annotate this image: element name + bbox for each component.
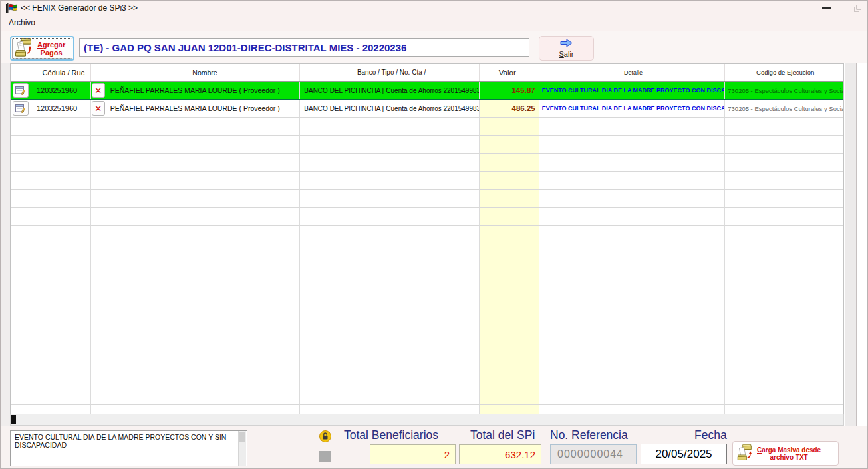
cell-cedula [31, 279, 91, 297]
cell-valor [480, 369, 539, 387]
cell-codigo: 730205 - Espectáculos Culturales y Socia… [725, 100, 843, 118]
delete-cell [91, 279, 106, 297]
cell-cedula [31, 226, 91, 243]
referencia-label: No. Referencia [550, 428, 628, 442]
detalle-textarea[interactable]: EVENTO CULTURAL DIA DE LA MADRE PROYECTO… [10, 430, 247, 466]
delete-cell [91, 297, 106, 315]
cell-cedula [31, 405, 91, 414]
delete-cell [91, 243, 106, 261]
table-row[interactable]: 1203251960✕PEÑAFIEL PARRALES MARIA LOURD… [11, 100, 843, 118]
cell-detalle [539, 315, 726, 333]
cell-banco [300, 190, 480, 208]
cell-banco [300, 261, 480, 279]
cell-valor [480, 190, 539, 208]
total-beneficiarios-value: 2 [370, 444, 456, 464]
cell-detalle [539, 351, 726, 369]
cell-cedula [31, 172, 91, 190]
agregar-pagos-button[interactable]: AgregarPagos [10, 36, 74, 61]
table-row-empty [11, 315, 843, 333]
cell-cedula [31, 154, 91, 172]
edit-cell [11, 190, 31, 208]
cell-nombre [106, 243, 301, 261]
cell-banco [300, 118, 480, 136]
delete-row-button[interactable]: ✕ [92, 101, 105, 116]
cell-codigo [725, 118, 843, 136]
folder-transfer-icon [14, 37, 35, 59]
cell-valor [480, 208, 539, 226]
cell-banco [300, 387, 480, 405]
grid-vertical-scrollbar[interactable] [845, 63, 857, 426]
delete-cell [91, 261, 106, 279]
detalle-scrollbar[interactable] [238, 431, 246, 466]
cell-nombre [106, 297, 301, 315]
delete-cell [91, 405, 106, 414]
total-beneficiarios-label: Total Beneficiarios [344, 428, 438, 442]
status-square[interactable] [319, 451, 331, 462]
cell-nombre [106, 118, 301, 136]
minimize-button[interactable] [813, 1, 839, 15]
cell-nombre [106, 136, 301, 154]
cell-cedula [31, 297, 91, 315]
cell-banco [300, 279, 480, 297]
cell-cedula [31, 369, 91, 387]
delete-cell [91, 208, 106, 226]
delete-cell [91, 351, 106, 369]
cell-valor [480, 136, 539, 154]
cell-detalle [539, 261, 726, 279]
cell-valor [480, 351, 539, 369]
cell-valor [480, 405, 539, 414]
cell-codigo: 730205 - Espectáculos Culturales y Socia… [725, 82, 843, 100]
edit-cell [11, 387, 31, 405]
payments-grid: Cédula / Ruc Nombre Banco / Tipo / No. C… [10, 63, 844, 414]
fecha-field[interactable] [641, 444, 727, 464]
table-row-empty [11, 351, 843, 369]
table-row-empty [11, 405, 843, 414]
delete-row-button[interactable]: ✕ [92, 83, 105, 98]
cell-banco [300, 369, 480, 387]
cell-codigo [725, 369, 843, 387]
exit-arrow-icon [559, 39, 575, 49]
toolbar: AgregarPagos Salir [1, 31, 867, 63]
cell-codigo [725, 387, 843, 405]
cell-detalle [539, 405, 726, 414]
table-row-empty [11, 279, 843, 297]
cell-valor [480, 226, 539, 243]
header-delete-column [91, 64, 106, 81]
referencia-field [550, 444, 637, 464]
cell-valor [480, 387, 539, 405]
delete-cell: ✕ [91, 82, 106, 100]
cell-nombre [106, 261, 301, 279]
cell-cedula: 1203251960 [31, 100, 91, 118]
edit-cell [11, 154, 31, 172]
header-cedula: Cédula / Ruc [31, 64, 91, 81]
entity-title-field[interactable] [79, 38, 529, 57]
cell-cedula [31, 118, 91, 136]
cell-codigo [725, 208, 843, 226]
cell-valor [480, 118, 539, 136]
edit-cell [11, 405, 31, 414]
table-row[interactable]: 1203251960✕PEÑAFIEL PARRALES MARIA LOURD… [11, 82, 843, 100]
header-banco: Banco / Tipo / No. Cta / [300, 64, 480, 81]
cell-cedula [31, 208, 91, 226]
table-row-empty [11, 154, 843, 172]
header-valor: Valor [480, 64, 539, 81]
cell-valor [480, 333, 539, 351]
carga-masiva-button[interactable]: Carga Masiva desdearchivo TXT [732, 441, 839, 466]
cell-cedula [31, 351, 91, 369]
cell-detalle: EVENTO CULTURAL DIA DE LA MADRE PROYECTO… [539, 82, 726, 100]
edit-row-button[interactable] [13, 101, 29, 116]
cell-nombre [106, 333, 301, 351]
hscroll-thumb[interactable] [11, 415, 16, 424]
edit-cell [11, 333, 31, 351]
cell-detalle [539, 118, 726, 136]
cell-detalle [539, 297, 726, 315]
menu-archivo[interactable]: Archivo [7, 15, 37, 31]
grid-horizontal-scrollbar[interactable] [10, 414, 844, 426]
restore-button[interactable] [844, 1, 868, 15]
edit-cell [11, 279, 31, 297]
cell-codigo [725, 315, 843, 333]
edit-row-button[interactable] [13, 83, 29, 98]
cell-codigo [725, 351, 843, 369]
salir-button[interactable]: Salir [539, 36, 594, 61]
table-row-empty [11, 190, 843, 208]
